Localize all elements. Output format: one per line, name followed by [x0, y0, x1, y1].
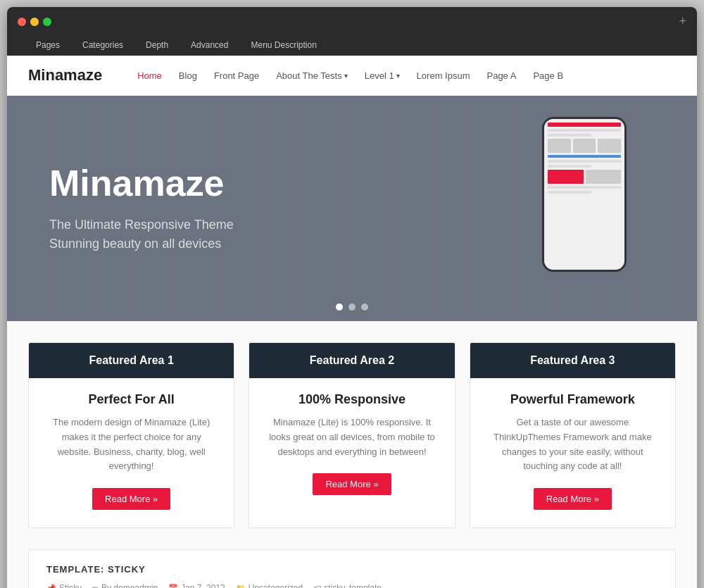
browser-nav-categories[interactable]: Categories	[78, 37, 127, 53]
phone-screen-block-1	[548, 139, 621, 153]
folder-icon: 📁	[236, 584, 246, 588]
sticky-meta-date: 📅 Jan 7, 2012	[168, 583, 225, 588]
tag-icon: 🏷	[313, 584, 321, 588]
featured-card-1-readmore[interactable]: Read More »	[92, 488, 170, 510]
nav-page-b[interactable]: Page B	[526, 67, 570, 85]
featured-card-3-body: Powerful Framework Get a taste of our aw…	[470, 378, 675, 527]
phone-screen-bar-2	[548, 155, 621, 158]
nav-blog[interactable]: Blog	[172, 67, 204, 85]
featured-card-3: Featured Area 3 Powerful Framework Get a…	[470, 342, 676, 528]
site-header: Minamaze Home Blog Front Page About The …	[7, 56, 697, 96]
browser-nav: Pages Categories Depth Advanced Menu Des…	[18, 35, 686, 56]
featured-card-1-title: Perfect For All	[46, 392, 216, 407]
sticky-section: TEMPLATE: STICKY 📌 Sticky ✏ By demoadmin…	[7, 549, 697, 588]
featured-section: Featured Area 1 Perfect For All The mode…	[7, 321, 697, 549]
nav-about-tests[interactable]: About The Tests ▾	[269, 67, 354, 85]
dot-green[interactable]	[43, 18, 51, 26]
browser-window: + Pages Categories Depth Advanced Menu D…	[7, 7, 697, 588]
featured-card-2-text: Minamaze (Lite) is 100% responsive. It l…	[267, 415, 436, 459]
nav-home[interactable]: Home	[130, 67, 169, 85]
phone-screen	[544, 119, 624, 270]
sticky-meta-tags: 🏷 sticky, template	[313, 583, 382, 588]
edit-icon: ✏	[92, 584, 99, 588]
sticky-meta: 📌 Sticky ✏ By demoadmin 📅 Jan 7, 2012 📁 …	[46, 583, 658, 588]
sticky-label: TEMPLATE: STICKY	[46, 564, 658, 575]
nav-about-tests-label: About The Tests	[276, 70, 341, 81]
chevron-down-icon: ▾	[344, 72, 348, 80]
site-content: Minamaze Home Blog Front Page About The …	[7, 56, 697, 588]
nav-level1[interactable]: Level 1 ▾	[358, 67, 407, 85]
phone-body	[542, 117, 627, 272]
browser-dots	[18, 18, 51, 26]
slider-dot-2[interactable]	[348, 304, 356, 311]
phone-screen-line-6	[548, 191, 591, 194]
browser-plus-button[interactable]: +	[679, 14, 686, 29]
browser-nav-menu-description[interactable]: Menu Description	[246, 37, 320, 53]
featured-card-2-body: 100% Responsive Minamaze (Lite) is 100% …	[249, 378, 454, 513]
slider-dot-3[interactable]	[361, 304, 368, 311]
phone-screen-line-5	[548, 186, 621, 189]
featured-card-1-body: Perfect For All The modern design of Min…	[29, 378, 234, 527]
sticky-post: TEMPLATE: STICKY 📌 Sticky ✏ By demoadmin…	[28, 549, 676, 588]
browser-controls: +	[18, 14, 686, 35]
featured-area-3-header: Featured Area 3	[470, 343, 675, 378]
featured-card-2-readmore[interactable]: Read More »	[313, 473, 391, 495]
phone-screen-line-2	[548, 134, 591, 137]
nav-level1-label: Level 1	[365, 70, 394, 81]
browser-nav-depth[interactable]: Depth	[142, 37, 172, 53]
sticky-meta-category: 📁 Uncategorized	[236, 583, 303, 588]
phone-mockup	[528, 117, 641, 314]
chevron-down-icon-2: ▾	[396, 72, 400, 80]
featured-card-1-text: The modern design of Minamaze (Lite) mak…	[46, 415, 216, 474]
sticky-meta-title: 📌 Sticky	[46, 583, 82, 588]
featured-card-3-title: Powerful Framework	[488, 392, 658, 407]
featured-card-3-text: Get a taste of our awesome ThinkUpThemes…	[488, 415, 658, 474]
phone-screen-line-4	[548, 165, 591, 168]
sticky-meta-author: ✏ By demoadmin	[92, 583, 158, 588]
browser-chrome: + Pages Categories Depth Advanced Menu D…	[7, 7, 697, 56]
browser-nav-advanced[interactable]: Advanced	[187, 37, 232, 53]
dot-red[interactable]	[18, 18, 26, 26]
phone-screen-block-2	[548, 170, 621, 184]
slider-dots	[336, 304, 368, 311]
featured-grid: Featured Area 1 Perfect For All The mode…	[28, 342, 676, 528]
calendar-icon: 📅	[168, 584, 178, 588]
browser-nav-pages[interactable]: Pages	[32, 37, 64, 53]
site-logo[interactable]: Minamaze	[28, 66, 102, 85]
phone-screen-line-3	[548, 160, 621, 163]
featured-card-3-readmore[interactable]: Read More »	[534, 488, 612, 510]
phone-screen-line-1	[548, 129, 621, 132]
dot-yellow[interactable]	[30, 18, 39, 26]
featured-card-2: Featured Area 2 100% Responsive Minamaze…	[249, 342, 455, 528]
nav-lorem-ipsum[interactable]: Lorem Ipsum	[410, 67, 477, 85]
featured-area-2-header: Featured Area 2	[249, 343, 454, 378]
featured-card-2-title: 100% Responsive	[267, 392, 436, 407]
featured-area-1-header: Featured Area 1	[29, 343, 234, 378]
site-nav: Home Blog Front Page About The Tests ▾ L…	[130, 67, 570, 85]
featured-card-1: Featured Area 1 Perfect For All The mode…	[28, 342, 234, 528]
phone-screen-bar	[548, 123, 621, 127]
hero-slider: Minamaze The Ultimate Responsive Theme S…	[7, 96, 697, 321]
slider-dot-1[interactable]	[336, 304, 343, 311]
nav-front-page[interactable]: Front Page	[207, 67, 266, 85]
pushpin-icon: 📌	[46, 584, 56, 588]
nav-page-a[interactable]: Page A	[479, 67, 523, 85]
